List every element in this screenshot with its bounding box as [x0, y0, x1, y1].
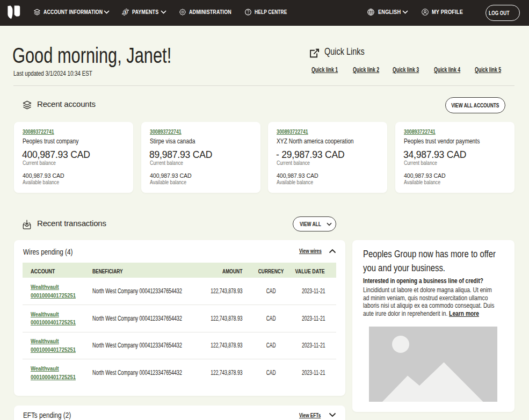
- svg-text:$: $: [125, 10, 127, 15]
